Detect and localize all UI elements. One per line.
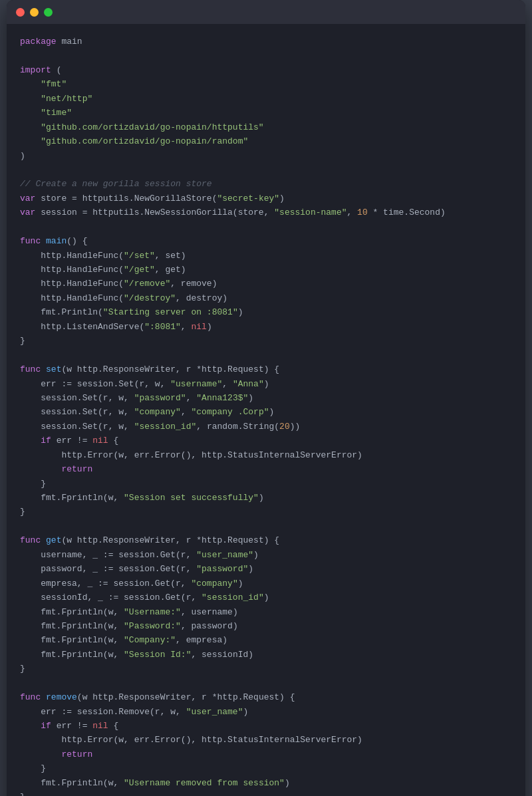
code-content: package main import ( "fmt" "net/http" "… — [7, 24, 525, 796]
minimize-button[interactable] — [30, 8, 39, 17]
editor-window: package main import ( "fmt" "net/http" "… — [7, 0, 525, 796]
close-button[interactable] — [16, 8, 25, 17]
maximize-button[interactable] — [44, 8, 53, 17]
titlebar — [7, 0, 525, 24]
